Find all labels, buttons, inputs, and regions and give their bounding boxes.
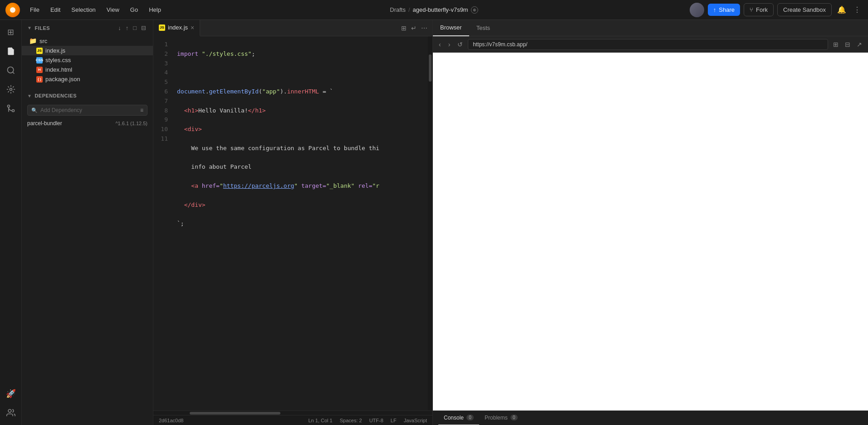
share-button[interactable]: ↑ Share	[708, 4, 740, 16]
menu-help[interactable]: Help	[144, 5, 166, 15]
right-panel-tabs: Browser Tests	[433, 20, 868, 36]
drafts-label[interactable]: Drafts	[390, 6, 406, 13]
tab-label-index-js: index.js	[168, 24, 188, 31]
code-content: import "./styles.css"; document.getEleme…	[173, 36, 428, 410]
activity-git[interactable]	[2, 100, 20, 117]
dep-parcel-bundler: parcel-bundler ^1.6.1 (1.12.5)	[22, 118, 153, 128]
scrollbar-thumb	[429, 54, 432, 82]
tab-index-js[interactable]: JS index.js ×	[153, 20, 200, 36]
file-styles-css[interactable]: CSS styles.css	[22, 55, 153, 65]
folder-icon: 📁	[29, 37, 37, 44]
deps-list-button[interactable]: ≡	[140, 107, 143, 113]
create-sandbox-button[interactable]: Create Sandbox	[777, 3, 832, 16]
js-file-icon: JS	[36, 48, 43, 54]
app-logo	[5, 3, 20, 17]
file-package-json[interactable]: { } package.json	[22, 74, 153, 84]
notifications-button[interactable]: 🔔	[835, 4, 848, 16]
file-name-styles-css: styles.css	[45, 57, 71, 64]
activity-deploy[interactable]: 🚀	[2, 385, 20, 402]
browser-split-view[interactable]: ⊟	[843, 39, 853, 49]
fork-button[interactable]: ⑂ Fork	[744, 3, 774, 16]
line-numbers: 1 2 3 4 5 6 7 8 9 10 11	[153, 36, 173, 410]
breadcrumb-separator: /	[408, 6, 410, 13]
wordwrap-button[interactable]: ↵	[410, 23, 418, 33]
collapse-all-button[interactable]: ⊟	[140, 24, 147, 32]
editor-tabs: JS index.js × ⊞ ↵ ⋯	[153, 20, 432, 36]
browser-refresh-button[interactable]: ↺	[455, 39, 465, 49]
tabs-actions: ⊞ ↵ ⋯	[396, 23, 432, 33]
css-file-icon: CSS	[36, 57, 43, 64]
right-panel: Browser Tests ‹ › ↺ ⊞ ⊟ ↗ Console	[432, 20, 868, 425]
files-section-header: ▼ Files ↓ ↑ □ ⊟	[22, 20, 153, 36]
browser-toolbar: ‹ › ↺ ⊞ ⊟ ↗	[433, 36, 868, 53]
menu-selection[interactable]: Selection	[67, 5, 100, 15]
deps-chevron[interactable]: ▼	[27, 93, 32, 98]
new-file-button[interactable]: ↓	[117, 24, 123, 32]
tab-tests[interactable]: Tests	[469, 20, 497, 36]
share-icon: ↑	[713, 6, 716, 13]
line-ending: LF	[391, 418, 397, 423]
sidebar-file-actions: ↓ ↑ □ ⊟	[117, 24, 147, 32]
tab-js-icon: JS	[159, 24, 165, 31]
user-avatar[interactable]	[690, 3, 704, 17]
more-tab-actions[interactable]: ⋯	[420, 23, 429, 33]
bottom-panel-tabs: Console 0 Problems 0	[433, 410, 868, 425]
editor-main: JS index.js × ⊞ ↵ ⋯ 1 2 3 4 5 6	[153, 20, 432, 425]
svg-point-0	[10, 7, 15, 13]
activity-explorer[interactable]	[2, 43, 20, 60]
problems-count-badge: 0	[510, 415, 518, 420]
fork-icon: ⑂	[750, 6, 753, 13]
file-index-html[interactable]: H index.html	[22, 65, 153, 74]
file-index-js[interactable]: JS index.js	[22, 46, 153, 55]
editor-scrollbar[interactable]	[428, 36, 432, 410]
menu-file[interactable]: File	[25, 5, 44, 15]
file-tree: 📁 src JS index.js CSS styles.css H index…	[22, 36, 153, 88]
split-editor-button[interactable]: ⊞	[400, 23, 408, 33]
activity-settings[interactable]	[2, 81, 20, 98]
svg-point-5	[8, 410, 11, 413]
browser-forward-button[interactable]: ›	[446, 39, 453, 49]
main-layout: ⊞ 🚀 ▼ Files ↓ ↑ □ ⊟	[0, 20, 868, 425]
files-chevron[interactable]: ▼	[27, 25, 32, 30]
activity-collaborators[interactable]	[2, 404, 20, 421]
console-tab-label: Console	[444, 415, 464, 421]
menu-view[interactable]: View	[102, 5, 124, 15]
new-folder-button[interactable]: ↑	[124, 24, 130, 32]
problems-tab[interactable]: Problems 0	[479, 411, 523, 425]
activity-search[interactable]	[2, 62, 20, 79]
status-bar: 2d61ac0d8 Ln 1, Col 1 Spaces: 2 UTF-8 LF…	[153, 415, 432, 425]
tab-close-button[interactable]: ×	[191, 24, 194, 31]
browser-external-link[interactable]: ↗	[854, 39, 864, 49]
dep-version: ^1.6.1 (1.12.5)	[115, 121, 147, 126]
json-file-icon: { }	[36, 76, 43, 83]
search-icon: 🔍	[31, 107, 38, 113]
browser-back-button[interactable]: ‹	[436, 39, 443, 49]
menu-items: File Edit Selection View Go Help	[25, 5, 688, 15]
upload-file-button[interactable]: □	[132, 24, 138, 32]
file-name-index-html: index.html	[45, 66, 72, 73]
language-mode[interactable]: JavaScript	[404, 418, 427, 423]
fork-label: Fork	[756, 6, 768, 13]
editor-horizontal-scrollbar[interactable]	[153, 410, 432, 415]
activity-home[interactable]: ⊞	[2, 24, 20, 41]
code-editor[interactable]: 1 2 3 4 5 6 7 8 9 10 11 import "./styles…	[153, 36, 432, 410]
sandbox-visibility-icon[interactable]: ⊕	[471, 6, 478, 14]
sandbox-name: aged-butterfly-v7s9m	[413, 6, 468, 13]
problems-tab-label: Problems	[485, 415, 508, 421]
console-tab[interactable]: Console 0	[438, 411, 479, 425]
horizontal-scrollbar-thumb	[190, 412, 280, 415]
indentation: Spaces: 2	[340, 418, 362, 423]
src-folder[interactable]: 📁 src	[22, 36, 153, 46]
dependencies-section: ▼ Dependencies 🔍 ≡ parcel-bundler ^1.6.1…	[22, 89, 153, 128]
svg-point-4	[7, 105, 10, 107]
add-dependency-input[interactable]	[40, 107, 137, 113]
menu-edit[interactable]: Edit	[46, 5, 65, 15]
menu-go[interactable]: Go	[126, 5, 142, 15]
browser-open-new-tab[interactable]: ⊞	[831, 39, 841, 49]
svg-point-2	[10, 88, 12, 91]
browser-url-input[interactable]	[468, 39, 828, 50]
more-menu-button[interactable]: ⋮	[852, 4, 863, 16]
menubar-right: ↑ Share ⑂ Fork Create Sandbox 🔔 ⋮	[690, 3, 863, 17]
deps-search-bar[interactable]: 🔍 ≡	[27, 105, 147, 116]
tab-browser[interactable]: Browser	[433, 20, 469, 36]
